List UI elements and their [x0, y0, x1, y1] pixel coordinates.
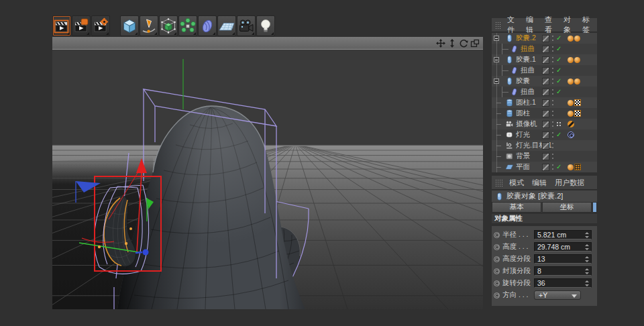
visibility-toggles[interactable]: ✓	[542, 33, 566, 44]
layer-toggle-icon[interactable]	[542, 78, 549, 85]
object-manager-menu-0[interactable]: 文件	[503, 15, 522, 35]
subdivision-surface-button[interactable]	[159, 15, 178, 36]
keyframe-circle-icon[interactable]	[494, 268, 500, 274]
layer-toggle-icon[interactable]	[542, 89, 549, 96]
visibility-dots-icon[interactable]	[551, 67, 554, 74]
spinner-icon[interactable]	[584, 280, 590, 287]
keyframe-circle-icon[interactable]	[494, 244, 500, 250]
visibility-toggles[interactable]: ✓	[542, 87, 566, 97]
object-row-11[interactable]: 背景	[492, 151, 597, 162]
expander-icon[interactable]	[494, 78, 499, 84]
object-row-9[interactable]: 灯光✓	[492, 129, 597, 140]
visibility-toggles[interactable]: ✓	[542, 65, 566, 76]
object-row-4[interactable]: 胶囊✓	[492, 76, 597, 87]
object-name[interactable]: 胶囊.1	[516, 55, 536, 64]
spinner-icon[interactable]	[584, 268, 590, 275]
visibility-toggles[interactable]	[542, 97, 566, 108]
object-name[interactable]: 扭曲	[521, 87, 535, 97]
layer-toggle-icon[interactable]	[542, 142, 549, 150]
visibility-toggles[interactable]: ✓	[542, 44, 566, 54]
visibility-toggles[interactable]	[542, 108, 566, 119]
enabled-check-icon[interactable]: ✓	[556, 131, 561, 138]
layer-toggle-icon[interactable]	[542, 46, 549, 53]
viewport[interactable]	[52, 50, 483, 309]
object-row-2[interactable]: 胶囊.1✓	[492, 54, 597, 65]
value-input[interactable]: 13	[534, 254, 592, 264]
light-button[interactable]	[256, 15, 275, 36]
layer-toggle-icon[interactable]	[542, 131, 549, 139]
object-manager-menu-2[interactable]: 查看	[541, 15, 559, 35]
spinner-icon[interactable]	[584, 231, 590, 239]
enabled-check-icon[interactable]: ✓	[556, 164, 561, 170]
object-name[interactable]: 灯光	[516, 130, 530, 140]
phong-tag-icon[interactable]	[568, 57, 574, 63]
camera-active-icon[interactable]	[556, 121, 561, 127]
pen-spline-button[interactable]	[140, 15, 158, 36]
layer-toggle-icon[interactable]	[542, 153, 549, 160]
value-input[interactable]: 36	[534, 278, 592, 288]
expander-icon[interactable]	[494, 57, 499, 62]
visibility-dots-icon[interactable]	[551, 131, 554, 138]
enabled-check-icon[interactable]: ✓	[556, 46, 561, 52]
visibility-toggles[interactable]	[542, 151, 566, 162]
enabled-check-icon[interactable]: ✓	[556, 78, 561, 85]
object-row-8[interactable]: 摄像机	[492, 119, 597, 129]
target-tag-icon[interactable]	[568, 131, 574, 138]
visibility-dots-icon[interactable]	[551, 89, 554, 95]
keyframe-circle-icon[interactable]	[494, 232, 500, 238]
layer-toggle-icon[interactable]	[542, 35, 549, 42]
visibility-dots-icon[interactable]	[551, 99, 554, 106]
object-name[interactable]: 胶囊	[516, 76, 530, 86]
camera-button[interactable]	[237, 15, 256, 36]
enabled-check-icon[interactable]: ✓	[556, 67, 561, 74]
visibility-toggles[interactable]: ✓	[542, 54, 566, 65]
layer-toggle-icon[interactable]	[542, 99, 549, 107]
object-row-0[interactable]: 胶囊.2✓	[492, 33, 597, 44]
object-row-3[interactable]: 扭曲✓	[492, 65, 597, 76]
phong-tag-icon[interactable]	[574, 57, 580, 63]
visibility-toggles[interactable]	[542, 140, 566, 151]
edit-render-settings-button[interactable]	[91, 15, 110, 36]
visibility-dots-icon[interactable]	[551, 121, 554, 127]
add-cube-primitive-button[interactable]	[120, 15, 139, 36]
rotate-icon[interactable]	[458, 38, 469, 48]
object-name[interactable]: 胶囊.2	[516, 34, 536, 43]
enabled-check-icon[interactable]: ✓	[556, 56, 561, 63]
texture-tag-icon[interactable]	[574, 110, 581, 117]
layer-toggle-icon[interactable]	[542, 67, 549, 74]
object-name[interactable]: 扭曲	[521, 66, 535, 75]
visibility-dots-icon[interactable]	[551, 142, 554, 149]
enabled-check-icon[interactable]: ✓	[556, 35, 561, 42]
object-name[interactable]: 背景	[516, 152, 530, 161]
visibility-dots-icon[interactable]	[551, 164, 554, 170]
compositing-tag-icon[interactable]	[574, 164, 581, 170]
maximize-icon[interactable]	[469, 38, 480, 48]
object-manager-menu-1[interactable]: 编辑	[522, 15, 541, 35]
layer-toggle-icon[interactable]	[542, 121, 549, 128]
layer-toggle-icon[interactable]	[542, 164, 549, 171]
keyframe-circle-icon[interactable]	[494, 292, 500, 298]
array-generator-button[interactable]	[178, 15, 197, 36]
object-manager-grip-icon[interactable]	[495, 21, 500, 29]
pan-icon[interactable]	[435, 38, 446, 48]
render-view-button[interactable]	[52, 15, 71, 36]
value-input[interactable]: 5.821 cm	[534, 230, 592, 239]
object-name[interactable]: 圆柱	[516, 109, 530, 118]
attribute-manager-grip-icon[interactable]	[495, 179, 502, 186]
spinner-icon[interactable]	[584, 243, 590, 251]
phong-tag-icon[interactable]	[568, 111, 574, 117]
object-name[interactable]: 扭曲	[521, 44, 535, 54]
object-row-10[interactable]: 灯光.目标.1	[492, 140, 597, 151]
visibility-dots-icon[interactable]	[551, 153, 554, 160]
phong-tag-icon[interactable]	[568, 164, 574, 170]
visibility-dots-icon[interactable]	[551, 35, 554, 42]
object-name[interactable]: 圆柱.1	[516, 98, 536, 107]
tab-partial[interactable]	[592, 202, 597, 213]
visibility-toggles[interactable]: ✓	[542, 162, 566, 172]
visibility-dots-icon[interactable]	[551, 110, 554, 117]
visibility-dots-icon[interactable]	[551, 78, 554, 85]
attribute-manager-menu-2[interactable]: 用户数据	[551, 178, 588, 188]
keyframe-circle-icon[interactable]	[494, 280, 500, 286]
object-name[interactable]: 平面	[516, 162, 530, 172]
visibility-dots-icon[interactable]	[551, 46, 554, 52]
